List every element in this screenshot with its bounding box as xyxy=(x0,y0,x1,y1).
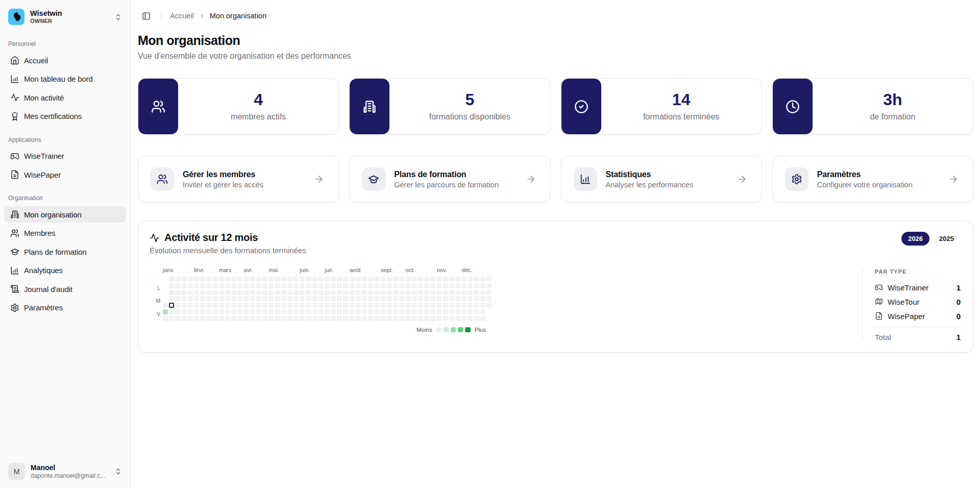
heatmap-cell xyxy=(331,290,336,295)
heatmap-cell xyxy=(436,283,442,288)
heatmap-cell xyxy=(275,303,280,308)
sidebar-item-membres[interactable]: Membres xyxy=(4,225,126,241)
heatmap-cell xyxy=(350,316,355,321)
sidebar-item-plans-de-formation[interactable]: Plans de formation xyxy=(4,243,126,260)
heatmap-cell xyxy=(468,303,473,308)
heatmap-cell xyxy=(237,296,242,301)
heatmap-cell xyxy=(194,290,199,295)
heatmap-cell xyxy=(194,303,199,308)
heatmap-cell xyxy=(449,283,454,288)
sidebar-item-label: Mes certifications xyxy=(24,112,82,120)
chart-column-icon xyxy=(10,266,19,275)
sidebar-item-journal-d-audit[interactable]: Journal d'audit xyxy=(4,281,126,297)
heatmap-cell xyxy=(337,283,342,288)
year-button-2026[interactable]: 2026 xyxy=(901,232,929,246)
heatmap-cell xyxy=(206,303,211,308)
sidebar-item-mon-organisation[interactable]: Mon organisation xyxy=(4,206,126,223)
heatmap-cell xyxy=(325,303,330,308)
month-label: févr. xyxy=(194,267,205,273)
action-text: StatistiquesAnalyser les performances xyxy=(606,170,694,189)
action-card-param-tres[interactable]: ParamètresConfigurer votre organisation xyxy=(772,156,973,203)
heatmap-cell xyxy=(219,316,224,321)
heatmap-cell xyxy=(312,296,317,301)
heatmap-cell xyxy=(436,316,442,321)
user-name: Manoel xyxy=(31,463,109,472)
topbar-separator xyxy=(161,12,161,20)
sidebar-item-mes-certifications[interactable]: Mes certifications xyxy=(4,108,126,125)
heatmap-cell xyxy=(175,277,180,282)
heatmap-cell xyxy=(175,303,180,308)
heatmap-cell xyxy=(219,283,224,288)
by-type-total-row: Total 1 xyxy=(875,333,961,341)
heatmap-cell xyxy=(231,283,236,288)
heatmap-cell xyxy=(325,316,330,321)
heatmap-cell xyxy=(443,283,448,288)
action-title: Statistiques xyxy=(606,170,694,179)
sidebar-item-wisetrainer[interactable]: WiseTrainer xyxy=(4,148,126,164)
by-type-rows: WiseTrainer1WiseTour0WisePaper0 xyxy=(875,282,961,321)
heatmap-cell xyxy=(381,316,386,321)
activity-icon xyxy=(10,93,19,102)
heatmap-cell xyxy=(381,290,386,295)
breadcrumb-home[interactable]: Accueil xyxy=(170,12,194,20)
heatmap-cell xyxy=(325,277,330,282)
heatmap-cell xyxy=(281,277,286,282)
org-switcher[interactable]: Wisetwin OWNER xyxy=(4,5,126,29)
year-button-2025[interactable]: 2025 xyxy=(933,232,961,246)
heatmap-cell xyxy=(306,290,311,295)
activity-header: Activité sur 12 mois Évolution mensuelle… xyxy=(150,232,961,255)
day-label: M xyxy=(156,298,160,304)
sidebar-item-wisepaper[interactable]: WisePaper xyxy=(4,166,126,183)
heatmap-cell xyxy=(362,303,367,308)
heatmap-cell xyxy=(480,290,485,295)
heatmap-cell xyxy=(480,316,485,321)
action-card-statistiques[interactable]: StatistiquesAnalyser les performances xyxy=(561,156,762,203)
heatmap-cell xyxy=(250,309,255,314)
by-type-label: WiseTour xyxy=(888,298,920,306)
heatmap-cell xyxy=(268,290,274,295)
sidebar-item-mon-activit-[interactable]: Mon activité xyxy=(4,89,126,106)
heatmap-cell xyxy=(393,290,398,295)
heatmap-cell xyxy=(194,316,199,321)
heatmap-cell xyxy=(350,277,355,282)
heatmap-cell xyxy=(405,303,410,308)
heatmap-cell xyxy=(243,296,249,301)
heatmap-cell xyxy=(449,290,454,295)
heatmap-cell xyxy=(393,283,398,288)
sidebar-toggle-button[interactable] xyxy=(139,9,153,23)
heatmap-cell xyxy=(194,309,199,314)
heatmap-cell xyxy=(206,290,211,295)
heatmap-cell xyxy=(436,309,442,314)
sidebar-item-param-tres[interactable]: Paramètres xyxy=(4,300,126,316)
heatmap-cell xyxy=(287,290,292,295)
heatmap-cell xyxy=(250,303,255,308)
sidebar-item-accueil[interactable]: Accueil xyxy=(4,52,126,68)
heatmap-cell xyxy=(337,316,342,321)
day-label: V xyxy=(157,311,160,317)
user-menu[interactable]: M Manoel daponte.manoel@gmail.c... xyxy=(4,460,126,483)
heatmap-cell xyxy=(350,309,355,314)
heatmap-cell xyxy=(256,309,261,314)
heatmap-cell xyxy=(356,290,361,295)
heatmap-cell xyxy=(169,277,174,282)
heatmap-cell xyxy=(231,309,236,314)
heatmap-cell xyxy=(393,277,398,282)
heatmap-cell xyxy=(356,303,361,308)
heatmap-cell xyxy=(175,309,180,314)
action-card-plans-de-formation[interactable]: Plans de formationGérer les parcours de … xyxy=(349,156,550,203)
sidebar-item-mon-tableau-de-bord[interactable]: Mon tableau de bord xyxy=(4,71,126,87)
heatmap-cell xyxy=(312,277,317,282)
heatmap-cell xyxy=(268,283,274,288)
heatmap-cell xyxy=(293,309,299,314)
users-icon xyxy=(10,229,19,238)
sidebar-section: PersonnelAccueilMon tableau de bordMon a… xyxy=(4,40,126,125)
heatmap-cell xyxy=(287,309,292,314)
heatmap-cell xyxy=(169,309,174,314)
action-card-g-rer-les-membres[interactable]: Gérer les membresInviter et gérer les ac… xyxy=(138,156,339,203)
heatmap-cell xyxy=(219,277,224,282)
sidebar-item-analytiques[interactable]: Analytiques xyxy=(4,262,126,279)
stat-body: 4membres actifs xyxy=(178,79,338,134)
heatmap-cell xyxy=(300,316,305,321)
page-subtitle: Vue d'ensemble de votre organisation et … xyxy=(138,52,973,61)
heatmap-cell xyxy=(337,290,342,295)
